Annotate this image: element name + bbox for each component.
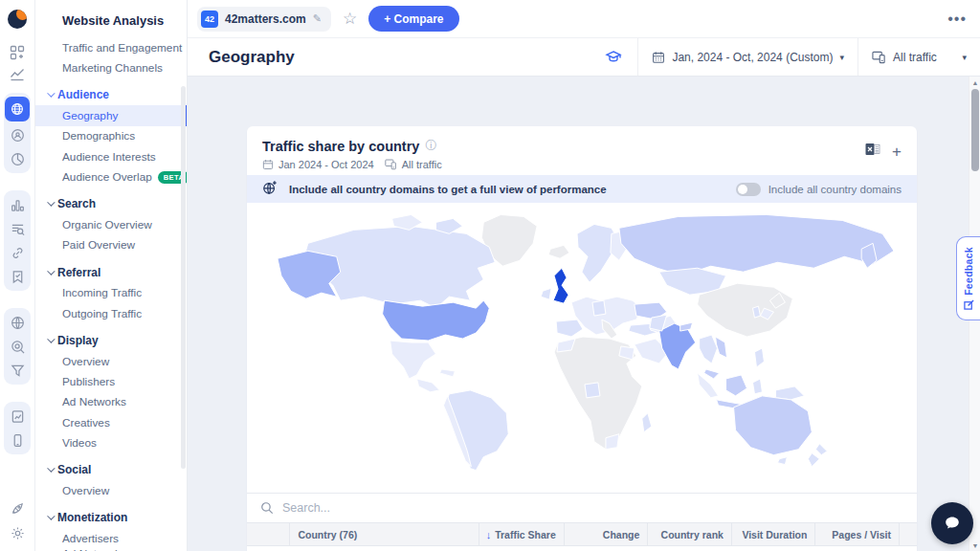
sidebar-item-traffic-and-engagement[interactable]: Traffic and Engagement: [35, 37, 187, 57]
map-region-nz-north[interactable]: [815, 444, 827, 455]
demographics-icon[interactable]: [6, 124, 29, 145]
edit-pencil-icon[interactable]: ✎: [313, 12, 322, 25]
sidebar-item-advertisers[interactable]: Advertisers: [35, 528, 187, 548]
date-range-picker[interactable]: Jan, 2024 - Oct, 2024 (Custom) ▾: [637, 38, 858, 76]
mobile-phone-icon[interactable]: [6, 430, 29, 451]
modules-grid-icon[interactable]: [6, 42, 29, 63]
map-country-cuba[interactable]: [439, 369, 455, 377]
scroll-down-icon[interactable]: ▼: [969, 540, 980, 551]
map-region-tasmania[interactable]: [777, 457, 787, 465]
map-country-germany[interactable]: [592, 300, 606, 316]
sidebar-item-geography[interactable]: Geography: [35, 105, 187, 125]
sidebar-item-publishers[interactable]: Publishers: [35, 371, 187, 391]
map-country-nepal[interactable]: [680, 322, 693, 331]
trend-chart-icon[interactable]: [6, 63, 29, 84]
map-country-vietnam[interactable]: [716, 337, 727, 358]
column-header-change[interactable]: Change: [565, 523, 649, 545]
map-country-nigeria[interactable]: [585, 383, 600, 398]
column-header-traffic-share[interactable]: ↓Traffic Share: [479, 523, 565, 545]
map-country-india[interactable]: [659, 323, 696, 369]
scrollbar-thumb[interactable]: [971, 89, 979, 171]
display-globe-icon[interactable]: [6, 312, 29, 333]
column-header-country-76[interactable]: Country (76): [290, 523, 479, 545]
sidebar-item-ad-networks[interactable]: Ad Networks: [35, 392, 187, 412]
sidebar-item-incoming-traffic[interactable]: Incoming Traffic: [35, 283, 187, 303]
sidebar-item-outgoing-traffic[interactable]: Outgoing Traffic: [35, 303, 187, 323]
sidebar-section-referral[interactable]: Referral: [35, 262, 187, 283]
feedback-pen-icon: [964, 299, 974, 310]
scroll-up-icon[interactable]: ▲: [969, 77, 980, 88]
sidebar-scrollbar[interactable]: [181, 86, 186, 469]
map-country-madagascar[interactable]: [642, 413, 652, 432]
column-header-country-rank[interactable]: Country rank: [648, 523, 732, 545]
map-country-china[interactable]: [698, 283, 793, 337]
sidebar-item-creatives[interactable]: Creatives: [35, 412, 187, 432]
map-country-united-kingdom[interactable]: [553, 268, 568, 303]
geography-globe-icon[interactable]: [5, 97, 30, 121]
map-country-mexico[interactable]: [390, 341, 436, 379]
ad-search-icon[interactable]: [6, 336, 29, 357]
info-icon[interactable]: ⓘ: [425, 138, 436, 154]
sidebar-item-audience-interests[interactable]: Audience Interests: [35, 146, 187, 166]
compare-button[interactable]: + Compare: [368, 6, 458, 32]
sidebar-section-monetization[interactable]: Monetization: [35, 507, 187, 528]
add-to-dashboard-icon[interactable]: +: [892, 143, 902, 160]
map-region-nz-south[interactable]: [808, 453, 819, 467]
feedback-button[interactable]: Feedback: [956, 236, 980, 320]
link-icon[interactable]: [6, 242, 29, 263]
sidebar-item-paid-overview[interactable]: Paid Overview: [35, 235, 187, 255]
map-country-spain[interactable]: [556, 320, 583, 337]
sidebar-item-overview[interactable]: Overview: [35, 351, 187, 371]
funnel-icon[interactable]: [6, 360, 29, 381]
settings-gear-icon[interactable]: [6, 522, 29, 543]
sidebar-item-overview[interactable]: Overview: [35, 480, 187, 500]
map-country-south-korea[interactable]: [752, 306, 760, 318]
learning-cap-icon[interactable]: [590, 38, 637, 76]
app-window: Website Analysis Traffic and EngagementM…: [0, 0, 980, 551]
rocket-icon[interactable]: [6, 497, 29, 518]
map-region-new-guinea[interactable]: [775, 386, 804, 400]
sidebar-item-audience-overlap[interactable]: Audience OverlapBETA: [35, 166, 187, 187]
map-region-thailand-myanmar[interactable]: [700, 335, 718, 364]
include-domains-toggle[interactable]: [736, 183, 761, 196]
bar-chart-icon[interactable]: [6, 194, 29, 215]
sidebar-section-social[interactable]: Social: [35, 459, 187, 480]
map-country-iceland[interactable]: [548, 245, 569, 258]
sidebar-section-display[interactable]: Display: [35, 330, 187, 351]
more-options-icon[interactable]: •••: [947, 11, 967, 28]
search-input[interactable]: [282, 501, 665, 515]
column-header-visit-duration[interactable]: Visit Duration: [732, 523, 816, 545]
traffic-filter-dropdown[interactable]: All traffic ▾: [858, 38, 980, 76]
sidebar-section-audience[interactable]: Audience: [35, 84, 187, 105]
chevron-down-icon: [47, 513, 55, 520]
domain-selector[interactable]: 42 42matters.com ✎: [197, 7, 331, 32]
map-country-australia[interactable]: [734, 396, 813, 455]
keyword-search-icon[interactable]: [6, 218, 29, 239]
map-region-canada-arctic-east[interactable]: [435, 218, 462, 233]
map-country-malaysia[interactable]: [704, 369, 720, 379]
sidebar-item-organic-overview[interactable]: Organic Overview: [35, 214, 187, 234]
favorite-star-icon[interactable]: ☆: [343, 11, 357, 27]
map-region-alaska[interactable]: [278, 251, 341, 298]
map-country-ireland[interactable]: [541, 288, 551, 299]
sidebar-item-label: Publishers: [62, 375, 115, 388]
column-header-pages-visit[interactable]: Pages / Visit: [815, 523, 900, 545]
excel-export-icon[interactable]: [865, 142, 880, 161]
map-country-united-states[interactable]: [383, 300, 490, 341]
similarweb-logo[interactable]: [8, 10, 27, 29]
map-country-russia[interactable]: [619, 214, 894, 276]
sidebar-item-marketing-channels[interactable]: Marketing Channels: [35, 57, 187, 77]
report-chart-icon[interactable]: [6, 406, 29, 427]
sidebar-item-label: Overview: [62, 484, 109, 497]
map-region-sulawesi[interactable]: [752, 379, 762, 394]
map-region-central-america[interactable]: [416, 379, 439, 392]
chat-widget-button[interactable]: [931, 502, 973, 544]
bookmark-check-icon[interactable]: [6, 266, 29, 287]
interests-pie-icon[interactable]: [6, 148, 29, 169]
map-region-borneo[interactable]: [726, 375, 747, 396]
map-country-philippines[interactable]: [754, 348, 764, 367]
sidebar-item-videos[interactable]: Videos: [35, 432, 187, 452]
sidebar-nav: Traffic and EngagementMarketing Channels…: [35, 37, 187, 551]
sidebar-section-search[interactable]: Search: [35, 193, 187, 214]
sidebar-item-demographics[interactable]: Demographics: [35, 126, 187, 146]
